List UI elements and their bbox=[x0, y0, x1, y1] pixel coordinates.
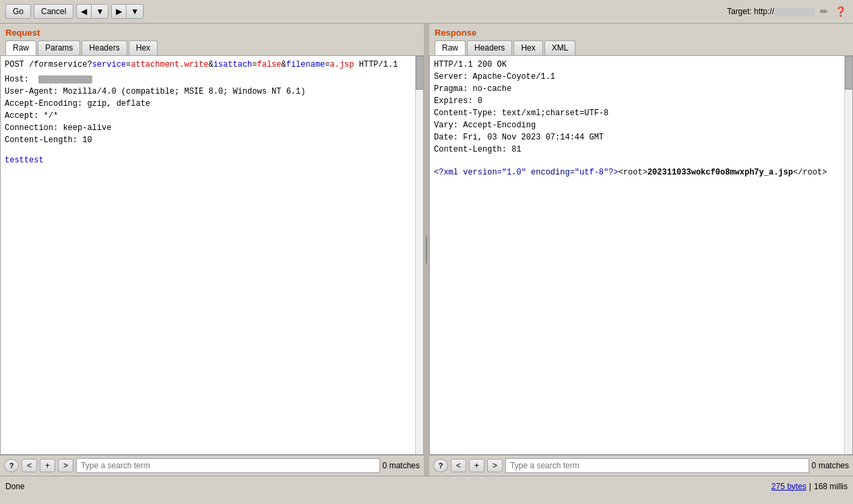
request-search-help-button[interactable]: ? bbox=[4, 459, 19, 472]
response-xml-line: <?xml version="1.0" encoding="utf-8"?><r… bbox=[434, 166, 843, 179]
prev-nav-group: ◀ ▼ bbox=[76, 4, 108, 19]
request-panel: Request Raw Params Headers Hex POST /for… bbox=[0, 24, 424, 476]
response-status-line: HTTP/1.1 200 OK bbox=[434, 59, 843, 71]
request-tab-raw[interactable]: Raw bbox=[5, 40, 36, 55]
request-header-content-length: Content-Length: 10 bbox=[5, 134, 414, 146]
request-bottom-bar: ? < + > 0 matches bbox=[0, 455, 424, 476]
prev-dropdown-button[interactable]: ▼ bbox=[91, 4, 108, 19]
response-scrollbar-track[interactable] bbox=[844, 56, 852, 454]
response-header-server: Server: Apache-Coyote/1.1 bbox=[434, 71, 843, 83]
response-scrollbar-thumb[interactable] bbox=[845, 56, 853, 90]
response-xml-declaration: <?xml version="1.0" encoding="utf-8"?> bbox=[434, 168, 619, 177]
next-button[interactable]: ▶ bbox=[111, 4, 126, 19]
request-tab-params[interactable]: Params bbox=[38, 40, 80, 55]
prev-button[interactable]: ◀ bbox=[76, 4, 91, 19]
request-content[interactable]: POST /formservice?service=attachment.wri… bbox=[0, 55, 424, 455]
request-header-accept: Accept: */* bbox=[5, 110, 414, 122]
response-header-date: Date: Fri, 03 Nov 2023 07:14:44 GMT bbox=[434, 131, 843, 144]
go-button[interactable]: Go bbox=[5, 4, 31, 19]
request-matches-label: 0 matches bbox=[383, 461, 420, 470]
response-tab-xml[interactable]: XML bbox=[544, 40, 576, 55]
status-millis-label: 168 millis bbox=[814, 482, 848, 491]
status-bar: Done 275 bytes | 168 millis bbox=[0, 476, 853, 496]
request-line: POST /formservice?service=attachment.wri… bbox=[5, 59, 414, 71]
response-matches-label: 0 matches bbox=[812, 461, 849, 470]
response-search-add-button[interactable]: + bbox=[469, 459, 484, 472]
response-search-prev-button[interactable]: < bbox=[451, 459, 466, 472]
response-tab-headers[interactable]: Headers bbox=[467, 40, 512, 55]
request-tabs: Raw Params Headers Hex bbox=[5, 40, 418, 55]
toolbar: Go Cancel ◀ ▼ ▶ ▼ Target: http:// ✏ ❓ bbox=[0, 0, 853, 24]
panel-divider[interactable] bbox=[424, 24, 429, 476]
response-content[interactable]: HTTP/1.1 200 OK Server: Apache-Coyote/1.… bbox=[429, 55, 853, 455]
request-body: testtest bbox=[5, 154, 414, 166]
request-panel-title: Request bbox=[5, 28, 418, 38]
request-search-input[interactable] bbox=[76, 458, 380, 473]
request-tab-headers[interactable]: Headers bbox=[82, 40, 127, 55]
response-search-next-button[interactable]: > bbox=[487, 459, 503, 472]
next-dropdown-button[interactable]: ▼ bbox=[126, 4, 144, 19]
target-url-redacted bbox=[774, 8, 815, 16]
response-search-input[interactable] bbox=[505, 458, 809, 473]
toolbar-right: Target: http:// ✏ ❓ bbox=[727, 5, 848, 18]
request-scrollbar-track[interactable] bbox=[415, 56, 423, 454]
response-panel-title: Response bbox=[435, 28, 848, 38]
request-header-accept-encoding: Accept-Encoding: gzip, deflate bbox=[5, 98, 414, 110]
target-label: Target: http:// bbox=[727, 7, 815, 16]
response-bottom-bar: ? < + > 0 matches bbox=[429, 455, 853, 476]
status-done-label: Done bbox=[5, 482, 25, 491]
response-header-content-length: Content-Length: 81 bbox=[434, 144, 843, 156]
response-xml-root-close: </root> bbox=[793, 168, 827, 177]
request-tab-hex[interactable]: Hex bbox=[129, 40, 158, 55]
request-search-prev-button[interactable]: < bbox=[22, 459, 37, 472]
status-right: 275 bytes | 168 millis bbox=[771, 482, 848, 491]
help-button[interactable]: ❓ bbox=[833, 5, 848, 18]
response-xml-content: 202311033wokcf0o8mwxph7y_a.jsp bbox=[647, 168, 793, 177]
response-panel-header: Response Raw Headers Hex XML bbox=[429, 24, 853, 55]
main-container: Request Raw Params Headers Hex POST /for… bbox=[0, 24, 853, 476]
response-xml-root-open: <root> bbox=[619, 168, 647, 177]
response-search-help-button[interactable]: ? bbox=[433, 459, 448, 472]
response-tab-raw[interactable]: Raw bbox=[435, 40, 466, 55]
status-bytes-label[interactable]: 275 bytes bbox=[771, 482, 807, 491]
response-tabs: Raw Headers Hex XML bbox=[435, 40, 848, 55]
next-nav-group: ▶ ▼ bbox=[111, 4, 144, 19]
response-panel: Response Raw Headers Hex XML HTTP/1.1 20… bbox=[429, 24, 853, 476]
request-header-host: Host: bbox=[5, 73, 414, 86]
request-search-next-button[interactable]: > bbox=[58, 459, 73, 472]
response-header-expires: Expires: 0 bbox=[434, 95, 843, 107]
edit-target-button[interactable]: ✏ bbox=[819, 5, 829, 18]
response-header-content-type: Content-Type: text/xml;charset=UTF-8 bbox=[434, 107, 843, 119]
request-header-useragent: User-Agent: Mozilla/4.0 (compatible; MSI… bbox=[5, 86, 414, 98]
cancel-button[interactable]: Cancel bbox=[34, 4, 73, 19]
status-separator: | bbox=[809, 482, 811, 491]
response-tab-hex[interactable]: Hex bbox=[513, 40, 542, 55]
response-header-vary: Vary: Accept-Encoding bbox=[434, 119, 843, 131]
request-body-text: testtest bbox=[5, 156, 44, 165]
request-search-add-button[interactable]: + bbox=[40, 459, 55, 472]
request-header-connection: Connection: keep-alive bbox=[5, 122, 414, 134]
response-header-pragma: Pragma: no-cache bbox=[434, 83, 843, 95]
request-panel-header: Request Raw Params Headers Hex bbox=[0, 24, 424, 55]
request-scrollbar-thumb[interactable] bbox=[416, 56, 424, 90]
